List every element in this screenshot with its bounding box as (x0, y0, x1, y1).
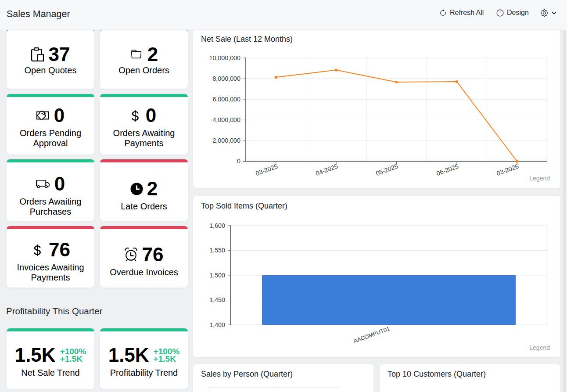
svg-text:03-2026: 03-2026 (495, 162, 520, 177)
svg-text:4,000,000: 4,000,000 (212, 116, 240, 123)
svg-text:0: 0 (237, 158, 240, 165)
svg-text:10,000,000: 10,000,000 (209, 54, 240, 61)
svg-text:8,000,000: 8,000,000 (212, 75, 240, 82)
svg-text:06-2025: 06-2025 (435, 162, 459, 177)
svg-text:04-2025: 04-2025 (315, 162, 339, 177)
svg-text:1,550: 1,550 (209, 247, 225, 254)
svg-text:2,000,000: 2,000,000 (212, 137, 240, 144)
svg-text:1,450: 1,450 (209, 296, 225, 303)
svg-text:1,400: 1,400 (209, 321, 225, 328)
svg-text:05-2025: 05-2025 (375, 162, 399, 177)
svg-text:6,000,000: 6,000,000 (212, 96, 240, 103)
svg-text:AACOMPUT01: AACOMPUT01 (352, 325, 391, 345)
svg-text:1,600: 1,600 (209, 222, 225, 229)
svg-text:1,500: 1,500 (209, 272, 225, 279)
svg-text:03-2025: 03-2025 (255, 162, 279, 177)
